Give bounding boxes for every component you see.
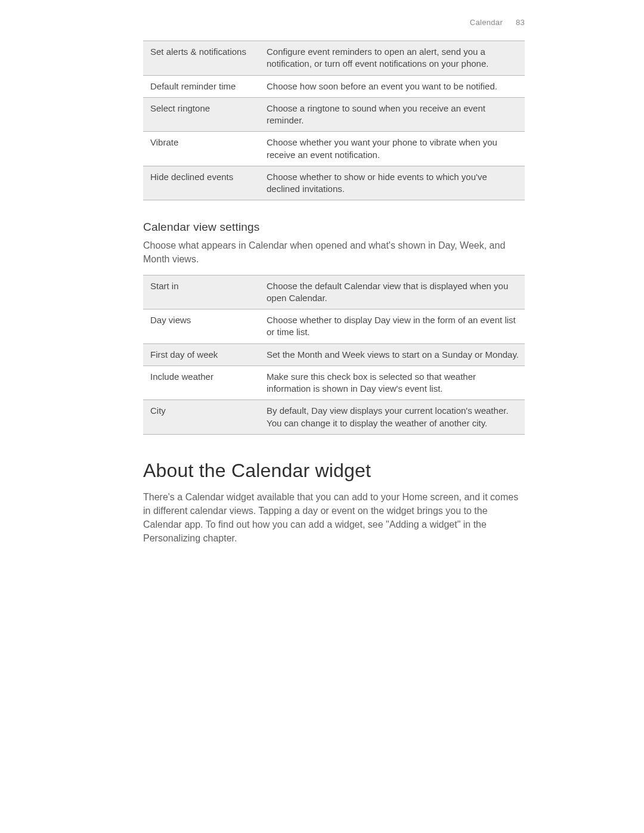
table-row: First day of week Set the Month and Week…	[143, 343, 525, 366]
setting-label: Start in	[143, 275, 259, 309]
setting-label: First day of week	[143, 343, 259, 366]
widget-heading: About the Calendar widget	[143, 460, 525, 482]
view-settings-heading: Calendar view settings	[143, 221, 525, 234]
table-row: Default reminder time Choose how soon be…	[143, 75, 525, 97]
setting-label: Default reminder time	[143, 75, 259, 97]
page: Calendar 83 Set alerts & notifications C…	[0, 0, 644, 833]
table-row: Set alerts & notifications Configure eve…	[143, 41, 525, 76]
table-row: City By default, Day view displays your …	[143, 400, 525, 435]
setting-desc: Make sure this check box is selected so …	[259, 366, 525, 400]
content-area: Set alerts & notifications Configure eve…	[143, 41, 525, 546]
setting-desc: Choose whether you want your phone to vi…	[259, 132, 525, 166]
table-row: Select ringtone Choose a ringtone to sou…	[143, 97, 525, 132]
setting-desc: Choose how soon before an event you want…	[259, 75, 525, 97]
setting-desc: Configure event reminders to open an ale…	[259, 41, 525, 76]
setting-label: Vibrate	[143, 132, 259, 166]
setting-label: City	[143, 400, 259, 435]
setting-desc: Set the Month and Week views to start on…	[259, 343, 525, 366]
setting-label: Include weather	[143, 366, 259, 400]
setting-label: Select ringtone	[143, 97, 259, 132]
view-settings-table: Start in Choose the default Calendar vie…	[143, 275, 525, 435]
setting-label: Day views	[143, 309, 259, 344]
table-row: Start in Choose the default Calendar vie…	[143, 275, 525, 309]
view-settings-intro: Choose what appears in Calendar when ope…	[143, 239, 525, 266]
setting-desc: Choose whether to show or hide events to…	[259, 166, 525, 200]
table-row: Vibrate Choose whether you want your pho…	[143, 132, 525, 166]
widget-body: There's a Calendar widget available that…	[143, 490, 525, 546]
setting-desc: Choose the default Calendar view that is…	[259, 275, 525, 309]
table-row: Day views Choose whether to display Day …	[143, 309, 525, 344]
header-page-number: 83	[516, 18, 525, 27]
header-section: Calendar	[470, 18, 503, 27]
setting-desc: By default, Day view displays your curre…	[259, 400, 525, 435]
setting-desc: Choose a ringtone to sound when you rece…	[259, 97, 525, 132]
setting-label: Set alerts & notifications	[143, 41, 259, 76]
reminder-settings-table: Set alerts & notifications Configure eve…	[143, 41, 525, 200]
setting-label: Hide declined events	[143, 166, 259, 200]
page-header: Calendar 83	[470, 18, 525, 27]
setting-desc: Choose whether to display Day view in th…	[259, 309, 525, 344]
table-row: Include weather Make sure this check box…	[143, 366, 525, 400]
table-row: Hide declined events Choose whether to s…	[143, 166, 525, 200]
